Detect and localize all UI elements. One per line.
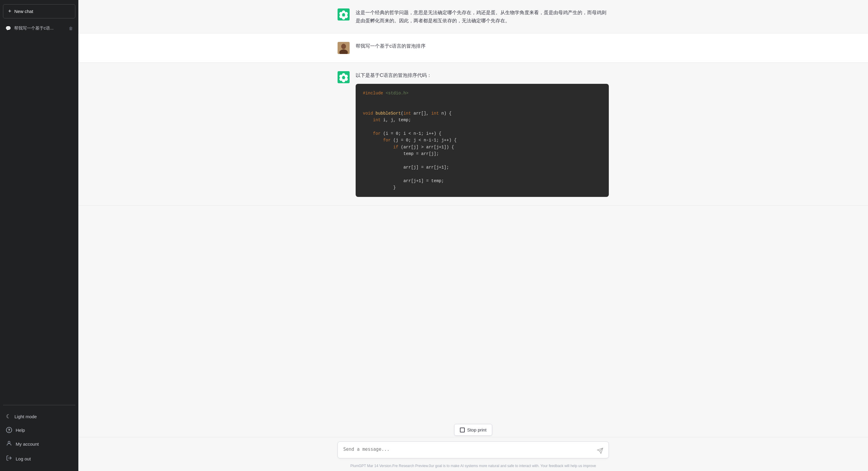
message-content-3: 以下是基于C语言的冒泡排序代码： #include <stdio.h> void… xyxy=(355,71,609,197)
svg-point-3 xyxy=(344,12,348,15)
svg-point-8 xyxy=(342,13,345,16)
svg-point-6 xyxy=(339,15,343,18)
code-line-8: for (j = 0; j < n-i-1; j++) { xyxy=(363,137,601,144)
code-line-13 xyxy=(363,171,601,177)
code-line-5: int i, j, temp; xyxy=(363,117,601,123)
user-icon xyxy=(6,440,12,448)
svg-point-0 xyxy=(8,441,10,443)
message-text-1: 这是一个经典的哲学问题，意思是无法确定哪个先存在，鸡还是蛋。从生物学角度来看，蛋… xyxy=(355,8,609,25)
moon-icon: ☾ xyxy=(6,413,11,420)
chat-item-text: 帮我写一个基于c语... xyxy=(14,26,54,31)
code-line-6 xyxy=(363,124,601,130)
stop-print-area: Stop print xyxy=(79,421,868,437)
sidebar-divider xyxy=(3,405,75,405)
footer-text: PlumGPT Mar 14 Version.Fre Research Prev… xyxy=(344,462,602,471)
send-icon xyxy=(597,447,603,454)
message-text-2: 帮我写一个基于c语言的冒泡排序 xyxy=(355,42,609,50)
input-area xyxy=(79,437,868,462)
code-line-10: temp = arr[j]; xyxy=(363,150,601,157)
message-row-2: 帮我写一个基于c语言的冒泡排序 xyxy=(338,42,609,54)
light-mode-label: Light mode xyxy=(14,414,37,419)
code-line-11 xyxy=(363,157,601,164)
help-icon: ? xyxy=(6,427,12,433)
sidebar-action-logout[interactable]: Log out xyxy=(2,451,76,466)
sidebar-action-my-account[interactable]: My account xyxy=(2,437,76,451)
plus-icon: + xyxy=(8,8,11,14)
stop-square-icon xyxy=(460,428,465,433)
message-block-1: 这是一个经典的哲学问题，意思是无法确定哪个先存在，鸡还是蛋。从生物学角度来看，蛋… xyxy=(79,0,868,33)
help-label: Help xyxy=(16,428,25,433)
logout-icon xyxy=(6,455,12,463)
code-line-12: arr[j] = arr[j+1]; xyxy=(363,164,601,171)
sidebar-bottom: ☾ Light mode ? Help My account Log out xyxy=(0,407,79,471)
chat-history: 💬 帮我写一个基于c语... 🗑 xyxy=(0,21,79,403)
svg-point-18 xyxy=(342,76,345,79)
sidebar-action-help[interactable]: ? Help xyxy=(2,423,76,437)
delete-icon[interactable]: 🗑 xyxy=(69,26,73,31)
code-line-15: } xyxy=(363,184,601,191)
stop-print-label: Stop print xyxy=(467,427,487,433)
code-line-4: void bubbleSort(int arr[], int n) { xyxy=(363,110,601,117)
svg-point-13 xyxy=(344,75,348,78)
ai-avatar-2 xyxy=(338,71,350,83)
user-avatar-1 xyxy=(338,42,350,54)
message-row-1: 这是一个经典的哲学问题，意思是无法确定哪个先存在，鸡还是蛋。从生物学角度来看，蛋… xyxy=(338,8,609,25)
message-block-2: 帮我写一个基于c语言的冒泡排序 xyxy=(79,33,868,63)
sidebar-action-light-mode[interactable]: ☾ Light mode xyxy=(2,410,76,423)
code-line-14: arr[j+1] = temp; xyxy=(363,178,601,184)
message-input[interactable] xyxy=(338,441,609,458)
my-account-label: My account xyxy=(16,441,39,447)
new-chat-button[interactable]: + New chat xyxy=(3,4,75,19)
code-intro: 以下是基于C语言的冒泡排序代码： xyxy=(355,73,432,78)
svg-point-17 xyxy=(339,75,343,78)
stop-print-button[interactable]: Stop print xyxy=(454,424,492,436)
code-line-3 xyxy=(363,103,601,110)
send-button[interactable] xyxy=(595,446,604,455)
message-row-3: 以下是基于C语言的冒泡排序代码： #include <stdio.h> void… xyxy=(338,71,609,197)
new-chat-label: New chat xyxy=(14,9,33,14)
code-line-2 xyxy=(363,96,601,103)
svg-point-16 xyxy=(339,78,343,81)
log-out-label: Log out xyxy=(16,456,31,461)
chat-messages: 这是一个经典的哲学问题，意思是无法确定哪个先存在，鸡还是蛋。从生物学角度来看，蛋… xyxy=(79,0,868,421)
code-line-7: for (i = 0; i < n-1; i++) { xyxy=(363,130,601,137)
chat-history-item[interactable]: 💬 帮我写一个基于c语... 🗑 xyxy=(2,23,76,34)
chat-bubble-icon: 💬 xyxy=(5,26,11,31)
message-block-3: 以下是基于C语言的冒泡排序代码： #include <stdio.h> void… xyxy=(79,63,868,206)
code-line-9: if (arr[j] > arr[j+1]) { xyxy=(363,144,601,150)
sidebar: + New chat 💬 帮我写一个基于c语... 🗑 ☾ Light mode… xyxy=(0,0,79,471)
svg-point-7 xyxy=(339,12,343,15)
code-content: #include <stdio.h> void bubbleSort(int a… xyxy=(355,84,609,197)
main-content: 这是一个经典的哲学问题，意思是无法确定哪个先存在，鸡还是蛋。从生物学角度来看，蛋… xyxy=(79,0,868,471)
chat-item-left: 💬 帮我写一个基于c语... xyxy=(5,26,54,31)
svg-point-10 xyxy=(341,44,346,49)
code-block: #include <stdio.h> void bubbleSort(int a… xyxy=(355,84,609,197)
ai-avatar-1 xyxy=(338,8,350,21)
code-line-1: #include <stdio.h> xyxy=(363,90,601,96)
input-container xyxy=(338,441,609,460)
